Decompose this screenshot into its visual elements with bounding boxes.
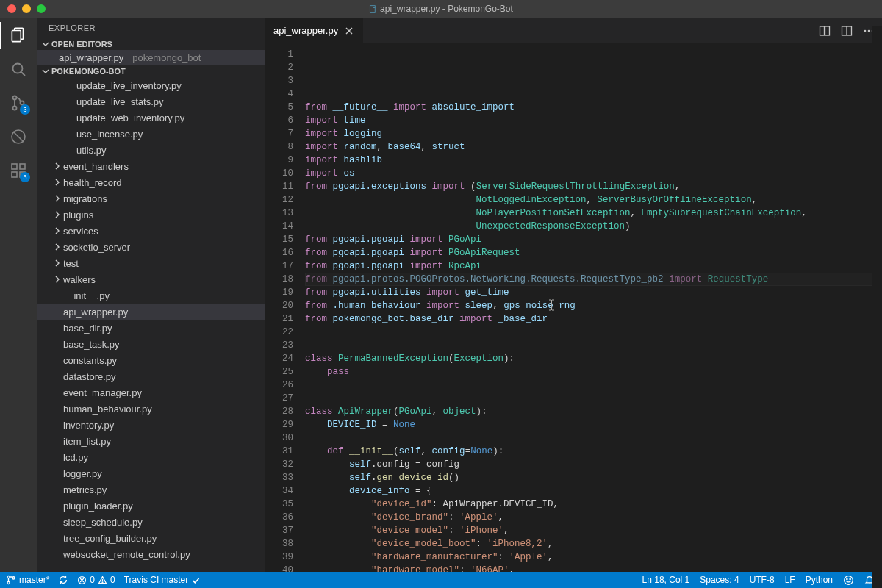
tree-file[interactable]: human_behaviour.py [37,401,265,417]
code-line[interactable]: NotLoggedInException, ServerBusyOrOfflin… [305,193,882,207]
code-line[interactable] [305,379,882,392]
tree-file[interactable]: lcd.py [37,449,265,465]
cursor-position-status[interactable]: Ln 18, Col 1 [642,575,690,585]
code-line[interactable]: from pgoapi.pgoapi import RpcApi [305,259,882,273]
tree-file[interactable]: metrics.py [37,481,265,498]
tree-file[interactable]: base_task.py [37,336,265,352]
code-line[interactable] [305,326,882,339]
scm-activity-icon[interactable]: 3 [8,93,29,113]
code-line[interactable]: class ApiWrapper(PGoApi, object): [305,405,882,418]
code-line[interactable]: class PermaBannedException(Exception): [305,352,882,365]
tree-item-label: tree_config_builder.py [63,533,157,544]
code-line[interactable]: from pgoapi.utilities import get_time [305,286,882,299]
code-line[interactable] [305,339,882,352]
code-line[interactable] [305,392,882,405]
tree-file[interactable]: update_live_inventory.py [37,77,265,93]
line-number: 17 [265,259,293,273]
code-line[interactable]: "device_model": 'iPhone', [305,524,882,537]
code-line[interactable]: from __future__ import absolute_import [305,101,882,114]
folder-section-header[interactable]: POKEMONGO-BOT [37,65,265,77]
tree-folder[interactable]: walkers [37,271,265,287]
spacer [53,291,62,300]
language-mode-status[interactable]: Python [806,575,833,585]
code-editor[interactable]: 1234567891011121314151617181920212223242… [265,43,882,572]
code-line[interactable]: def __init__(self, config=None): [305,445,882,458]
tree-folder[interactable]: services [37,223,265,239]
eol-status[interactable]: LF [785,575,795,585]
tree-file[interactable]: datastore.py [37,368,265,384]
tree-file[interactable]: websocket_remote_control.py [37,546,265,562]
code-line[interactable]: device_info = { [305,484,882,498]
tree-file[interactable]: api_wrapper.py [37,304,265,320]
line-number: 31 [265,445,293,458]
code-line[interactable]: "device_id": ApiWrapper.DEVICE_ID, [305,498,882,511]
encoding-status[interactable]: UTF-8 [750,575,775,585]
code-line[interactable]: NoPlayerPositionSetException, EmptySubre… [305,207,882,220]
split-editor-icon[interactable] [841,25,853,37]
code-line[interactable]: from pokemongo_bot.base_dir import _base… [305,312,882,326]
maximize-window-button[interactable] [37,4,46,13]
svg-rect-2 [12,31,21,42]
travis-ci-status[interactable]: Travis CI master [124,575,201,585]
tree-file[interactable]: plugin_loader.py [37,498,265,514]
tree-file[interactable]: base_dir.py [37,320,265,336]
tree-file[interactable]: logger.py [37,465,265,481]
close-window-button[interactable] [7,4,16,13]
code-line[interactable]: "hardware_manufacturer": 'Apple', [305,551,882,564]
minimize-window-button[interactable] [22,4,31,13]
code-line[interactable]: from pgoapi.pgoapi import PGoApi [305,233,882,246]
tree-file[interactable]: __init__.py [37,287,265,304]
explorer-activity-icon[interactable] [8,25,29,46]
feedback-smiley-icon[interactable] [843,575,854,586]
tree-file[interactable]: tree_config_builder.py [37,530,265,546]
tree-folder[interactable]: test [37,255,265,271]
code-line[interactable] [305,431,882,445]
tree-file[interactable]: constants.py [37,352,265,368]
code-line[interactable]: self.config = config [305,458,882,471]
code-line[interactable]: from .human_behaviour import sleep, gps_… [305,299,882,312]
code-line[interactable]: import hashlib [305,154,882,167]
code-line[interactable]: import time [305,114,882,127]
tree-folder[interactable]: migrations [37,190,265,207]
minimap[interactable] [872,26,882,588]
line-number: 14 [265,220,293,233]
search-activity-icon[interactable] [8,59,29,79]
code-line[interactable]: from pgoapi.exceptions import (ServerSid… [305,180,882,193]
tree-folder[interactable]: health_record [37,174,265,190]
code-line[interactable]: UnexpectedResponseException) [305,220,882,233]
line-number: 34 [265,484,293,498]
code-line[interactable]: import random, base64, struct [305,140,882,154]
code-line[interactable]: "device_model_boot": 'iPhone8,2', [305,537,882,551]
problems-status[interactable]: 0 0 [77,575,115,585]
tree-file[interactable]: update_web_inventory.py [37,110,265,126]
open-editor-item[interactable]: api_wrapper.py pokemongo_bot [37,50,265,65]
tree-file[interactable]: sleep_schedule.py [37,514,265,530]
code-line[interactable]: DEVICE_ID = None [305,418,882,431]
tree-folder[interactable]: plugins [37,207,265,223]
code-line[interactable]: import logging [305,127,882,140]
debug-activity-icon[interactable] [8,126,29,147]
compare-changes-icon[interactable] [819,25,831,37]
code-line[interactable]: self.gen_device_id() [305,471,882,484]
code-line[interactable]: "device_brand": 'Apple', [305,511,882,524]
tree-file[interactable]: inventory.py [37,417,265,433]
open-editors-section-header[interactable]: OPEN EDITORS [37,38,265,50]
tree-file[interactable]: use_incense.py [37,126,265,142]
git-branch-status[interactable]: master* [6,575,49,585]
code-line[interactable]: from pgoapi.pgoapi import PGoApiRequest [305,246,882,259]
tree-file[interactable]: event_manager.py [37,384,265,401]
extensions-activity-icon[interactable]: 5 [8,160,29,181]
tree-folder[interactable]: socketio_server [37,239,265,255]
editor-tab[interactable]: api_wrapper.py [265,18,364,43]
indentation-status[interactable]: Spaces: 4 [700,575,739,585]
git-sync-status[interactable] [58,575,68,585]
code-line[interactable]: pass [305,365,882,379]
code-line[interactable]: import os [305,167,882,180]
tree-file[interactable]: item_list.py [37,433,265,449]
code-line[interactable]: "hardware_model": 'N66AP', [305,564,882,572]
tree-file[interactable]: update_live_stats.py [37,93,265,110]
code-content[interactable]: from __future__ import absolute_importim… [305,43,882,572]
tree-file[interactable]: utils.py [37,142,265,158]
tree-folder[interactable]: event_handlers [37,158,265,174]
close-tab-icon[interactable] [344,26,354,36]
